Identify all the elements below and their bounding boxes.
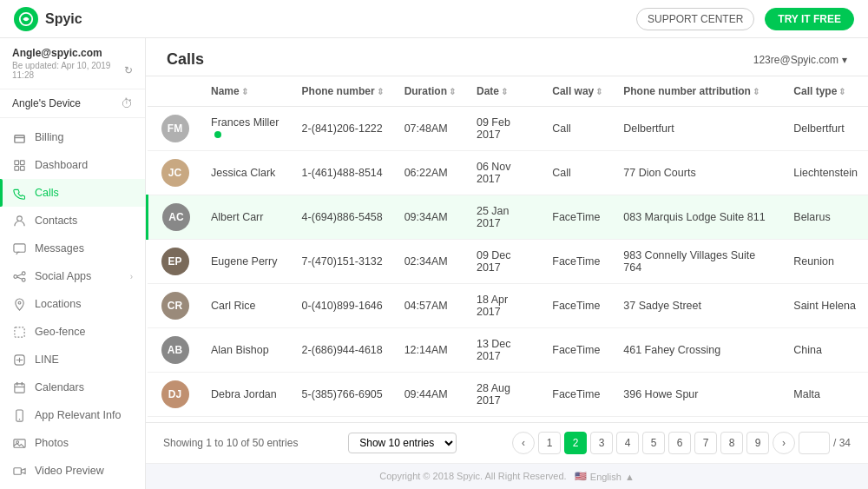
name-cell: Frances Miller [201,107,292,151]
photos-icon [12,436,26,450]
sidebar-item-contacts[interactable]: Contacts [0,207,145,235]
avatar: AB [161,336,189,364]
phone_attr-cell: 461 Fahey Crossing [613,328,783,373]
column-header-duration[interactable]: Duration⇕ [394,76,466,107]
table-row: ACAlbert Carr4-(694)886-545809:34AM25 Ja… [148,195,869,240]
sidebar-item-call-recordings[interactable]: Call Recordings [0,485,145,489]
sidebar-item-app-relevant-info[interactable]: App Relevant Info [0,401,145,429]
calls-table: Name⇕Phone number⇕Duration⇕Date⇕Call way… [146,76,868,417]
pagination-prev[interactable]: ‹ [512,432,535,454]
avatar-cell: DJ [148,373,201,417]
sidebar-item-billing[interactable]: Billing [0,123,145,151]
avatar: EP [161,248,189,275]
pagination-next[interactable]: › [773,432,795,454]
page-7-button[interactable]: 7 [694,432,717,454]
contacts-icon [12,214,26,228]
date-cell: 09 Feb 2017 [466,107,542,151]
page-2-button[interactable]: 2 [564,432,587,454]
language-label: English [590,472,621,482]
name-cell: Jessica Clark [201,151,292,195]
page-8-button[interactable]: 8 [720,432,743,454]
show-entries-select[interactable]: Show 10 entriesShow 25 entriesShow 50 en… [348,433,457,453]
duration-cell: 02:34AM [394,240,466,284]
user-dropdown[interactable]: 123re@Spyic.com ▾ [753,54,847,66]
phone_attr-cell: 396 Howe Spur [613,373,783,417]
nav-arrow-icon: › [130,272,133,281]
support-center-button[interactable]: SUPPORT CENTER [636,8,754,30]
callway-cell: Call [542,107,613,151]
callway-cell: FaceTime [542,328,613,373]
avatar: AC [162,203,190,231]
topbar-logo-area: Spyic [14,7,82,31]
pagination-pages: ‹123456789›/ 34 [512,432,851,454]
sidebar-item-social-apps[interactable]: Social Apps › [0,262,145,290]
svg-point-11 [22,278,25,281]
avatar-cell: CR [148,284,201,328]
sidebar-item-video-preview[interactable]: Video Preview [0,457,145,485]
page-6-button[interactable]: 6 [668,432,691,454]
column-header-phone[interactable]: Phone number⇕ [292,76,394,107]
sidebar-item-locations[interactable]: Locations [0,290,145,318]
phone_attr-cell: 983 Connelly Villages Suite 764 [613,240,783,284]
date-cell: 13 Dec 2017 [466,328,542,373]
callway-cell: FaceTime [542,240,613,284]
phone-cell: 1-(461)488-8514 [292,151,394,195]
page-5-button[interactable]: 5 [642,432,665,454]
avatar-cell: EP [148,240,201,284]
date-cell: 18 Apr 2017 [466,284,542,328]
try-free-button[interactable]: TRY IT FREE [765,8,854,30]
topbar-actions: SUPPORT CENTER TRY IT FREE [636,8,854,30]
svg-point-22 [18,418,20,420]
name-cell: Albert Carr [201,195,292,240]
avatar: JC [161,159,189,187]
page-9-button[interactable]: 9 [746,432,769,454]
duration-cell: 09:34AM [394,195,466,240]
footer-copyright: Copyright © 2018 Spyic. All Right Reserv… [379,471,566,481]
column-header-name[interactable]: Name⇕ [201,76,292,107]
sidebar-item-calendars[interactable]: Calendars [0,373,145,401]
updated-text: Be updated: Apr 10, 2019 11:28 [12,61,121,80]
svg-point-9 [22,271,25,274]
social-apps-icon [12,269,26,283]
phone-cell: 5-(385)766-6905 [292,373,394,417]
page-1-button[interactable]: 1 [538,432,561,454]
sidebar-item-dashboard[interactable]: Dashboard [0,151,145,179]
content-header: Calls 123re@Spyic.com ▾ [146,38,868,76]
table-row: JCJessica Clark1-(461)488-851406:22AM06 … [148,151,869,195]
sidebar-item-calls[interactable]: Calls [0,179,145,207]
table-row: CRCarl Rice0-(410)899-164604:57AM18 Apr … [148,284,869,328]
nav-label-calendars: Calendars [35,381,84,393]
refresh-icon[interactable]: ↻ [124,64,133,76]
svg-point-24 [16,440,18,443]
column-header-calltype[interactable]: Call type⇕ [783,76,868,107]
phone-cell: 7-(470)151-3132 [292,240,394,284]
sort-icon: ⇕ [838,87,845,96]
language-selector[interactable]: 🇺🇸 English ▲ [575,471,635,482]
svg-rect-17 [14,383,23,392]
header-user-email: 123re@Spyic.com [753,54,838,66]
table-row: ABAlan Bishop2-(686)944-461812:14AM13 De… [148,328,869,373]
table-row: DJDebra Jordan5-(385)766-690509:44AM28 A… [148,373,869,417]
sort-icon: ⇕ [241,87,248,96]
calltype-cell: Delbertfurt [783,107,868,151]
phone-cell: 4-(694)886-5458 [292,195,394,240]
page-4-button[interactable]: 4 [616,432,639,454]
svg-point-10 [13,274,16,278]
avatar-cell: AB [148,328,201,373]
phone_attr-cell: 37 Sadye Street [613,284,783,328]
name-cell: Carl Rice [201,284,292,328]
sidebar-item-line[interactable]: LINE [0,346,145,373]
sidebar-item-geo-fence[interactable]: Geo-fence [0,318,145,346]
page-3-button[interactable]: 3 [590,432,613,454]
sidebar-item-photos[interactable]: Photos [0,429,145,457]
nav-label-video-preview: Video Preview [35,465,104,477]
calltype-cell: Liechtenstein [783,151,868,195]
column-header-callway[interactable]: Call way⇕ [542,76,613,107]
messages-icon [12,241,26,255]
sidebar-item-messages[interactable]: Messages [0,235,145,262]
page-input[interactable] [799,432,830,454]
calltype-cell: Saint Helena [783,284,868,328]
column-header-date[interactable]: Date⇕ [466,76,542,107]
column-header-phone_attr[interactable]: Phone number attribution⇕ [613,76,783,107]
duration-cell: 06:22AM [394,151,466,195]
